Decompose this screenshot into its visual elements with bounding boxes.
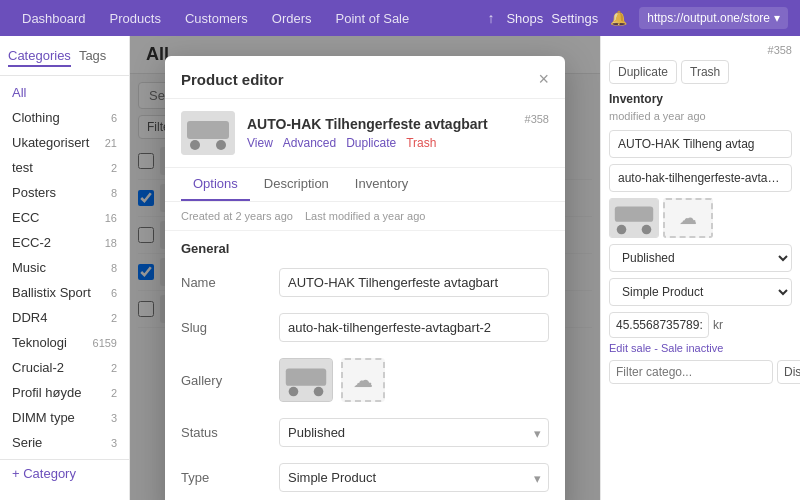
sidebar-item-serie[interactable]: Serie 3	[0, 430, 129, 455]
sidebar-item-label: All	[12, 85, 26, 100]
panel-upload-thumb[interactable]: ☁	[663, 198, 713, 238]
shops-link[interactable]: Shops	[506, 11, 543, 26]
sidebar-item-label: Ukategorisert	[12, 135, 89, 150]
modal-title: Product editor	[181, 71, 284, 88]
upload-icon: ☁	[353, 368, 373, 392]
panel-price-row: kr	[609, 312, 792, 338]
svg-point-10	[617, 225, 627, 235]
panel-price-input[interactable]	[609, 312, 709, 338]
sidebar-item-badge: 2	[111, 312, 117, 324]
tab-inventory[interactable]: Inventory	[343, 168, 420, 201]
gallery-upload-button[interactable]: ☁	[341, 358, 385, 402]
panel-status-select[interactable]: Published Draft	[609, 244, 792, 272]
sidebar-item-label: Clothing	[12, 110, 60, 125]
nav-orders[interactable]: Orders	[262, 5, 322, 32]
modal-product-name: AUTO-HAK Tilhengerfeste avtagbart	[247, 116, 513, 132]
gallery-label: Gallery	[181, 373, 271, 388]
slug-input[interactable]	[279, 313, 549, 342]
sidebar-item-ecc[interactable]: ECC 16	[0, 205, 129, 230]
gallery-field-row: Gallery ☁	[165, 350, 565, 410]
panel-filter-row: Discard Save	[609, 360, 792, 384]
type-field-row: Type Simple Product Variable Product	[165, 455, 565, 500]
svg-rect-5	[286, 368, 326, 385]
sidebar-item-label: test	[12, 160, 33, 175]
sidebar-item-clothing[interactable]: Clothing 6	[0, 105, 129, 130]
dropdown-icon: ▾	[774, 11, 780, 25]
nav-dashboard[interactable]: Dashboard	[12, 5, 96, 32]
sidebar-item-badge: 8	[111, 262, 117, 274]
sidebar-item-ddr4[interactable]: DDR4 2	[0, 305, 129, 330]
duplicate-button[interactable]: Duplicate	[609, 60, 677, 84]
product-duplicate-link[interactable]: Duplicate	[346, 136, 396, 150]
svg-point-3	[216, 140, 226, 150]
sidebar-item-badge: 2	[111, 387, 117, 399]
svg-rect-1	[187, 121, 229, 139]
sidebar-tab-categories[interactable]: Categories	[8, 48, 71, 67]
sidebar-item-badge: 6	[111, 112, 117, 124]
trash-button[interactable]: Trash	[681, 60, 729, 84]
sidebar-item-label: Serie	[12, 435, 42, 450]
status-field-row: Status Published Draft Private	[165, 410, 565, 455]
status-select[interactable]: Published Draft Private	[279, 418, 549, 447]
sidebar-item-music[interactable]: Music 8	[0, 255, 129, 280]
notification-icon[interactable]: 🔔	[606, 6, 631, 30]
panel-filter-input[interactable]	[609, 360, 773, 384]
gallery-image-svg	[280, 358, 332, 402]
product-view-link[interactable]: View	[247, 136, 273, 150]
sidebar-item-profil[interactable]: Profil høyde 2	[0, 380, 129, 405]
sidebar-item-badge: 3	[111, 437, 117, 449]
sidebar-item-badge: 8	[111, 187, 117, 199]
nav-customers[interactable]: Customers	[175, 5, 258, 32]
sidebar-item-ukategorisert[interactable]: Ukategorisert 21	[0, 130, 129, 155]
sidebar-item-label: Teknologi	[12, 335, 67, 350]
add-category-button[interactable]: + Category	[0, 459, 129, 487]
tab-description[interactable]: Description	[252, 168, 341, 201]
panel-sale-link[interactable]: Edit sale - Sale inactive	[609, 342, 792, 354]
panel-type-select[interactable]: Simple Product Variable Product	[609, 278, 792, 306]
svg-point-11	[642, 225, 652, 235]
settings-link[interactable]: Settings	[551, 11, 598, 26]
panel-thumbnails: ☁	[609, 198, 792, 238]
sidebar-item-posters[interactable]: Posters 8	[0, 180, 129, 205]
modal-overlay[interactable]: Product editor × AUTO-HAK Tilhe	[130, 36, 600, 500]
modal-created: Created at 2 years ago	[181, 210, 293, 222]
panel-actions: Duplicate Trash	[609, 60, 792, 84]
nav-pos[interactable]: Point of Sale	[326, 5, 420, 32]
arrow-up-icon: ↑	[483, 6, 498, 30]
type-select[interactable]: Simple Product Variable Product	[279, 463, 549, 492]
name-input[interactable]	[279, 268, 549, 297]
sidebar-item-dimm[interactable]: DIMM type 3	[0, 405, 129, 430]
product-advanced-link[interactable]: Advanced	[283, 136, 336, 150]
sidebar-item-badge: 16	[105, 212, 117, 224]
sidebar-item-teknologi[interactable]: Teknologi 6159	[0, 330, 129, 355]
status-label: Status	[181, 425, 271, 440]
gallery-thumbnail[interactable]	[279, 358, 333, 402]
sidebar-item-label: DIMM type	[12, 410, 75, 425]
sidebar-item-label: Crucial-2	[12, 360, 64, 375]
sidebar-item-badge: 21	[105, 137, 117, 149]
modal-section-general: General	[165, 231, 565, 260]
name-label: Name	[181, 275, 271, 290]
slug-field-row: Slug	[165, 305, 565, 350]
discard-button[interactable]: Discard	[777, 360, 800, 384]
sidebar-item-crucial2[interactable]: Crucial-2 2	[0, 355, 129, 380]
product-image-svg	[181, 111, 235, 155]
tab-options[interactable]: Options	[181, 168, 250, 201]
sidebar-item-ecc2[interactable]: ECC-2 18	[0, 230, 129, 255]
svg-point-6	[289, 387, 299, 397]
nav-products[interactable]: Products	[100, 5, 171, 32]
sidebar-tab-tags[interactable]: Tags	[79, 48, 106, 67]
panel-modified: modified a year ago	[609, 110, 792, 122]
sidebar-item-badge: 18	[105, 237, 117, 249]
modal-product-links: View Advanced Duplicate Trash	[247, 136, 513, 150]
sidebar-item-ballistix[interactable]: Ballistix Sport 6	[0, 280, 129, 305]
store-url[interactable]: https://output.one/store ▾	[639, 7, 788, 29]
sidebar-item-test[interactable]: test 2	[0, 155, 129, 180]
panel-slug-field: auto-hak-tilhengerfeste-avtagba	[609, 164, 792, 192]
modal-close-button[interactable]: ×	[538, 70, 549, 88]
panel-section-inventory: Inventory	[609, 92, 792, 106]
main-layout: Categories Tags All Clothing 6 Ukategori…	[0, 36, 800, 500]
product-trash-link[interactable]: Trash	[406, 136, 436, 150]
sidebar-item-all[interactable]: All	[0, 80, 129, 105]
name-field-row: Name	[165, 260, 565, 305]
